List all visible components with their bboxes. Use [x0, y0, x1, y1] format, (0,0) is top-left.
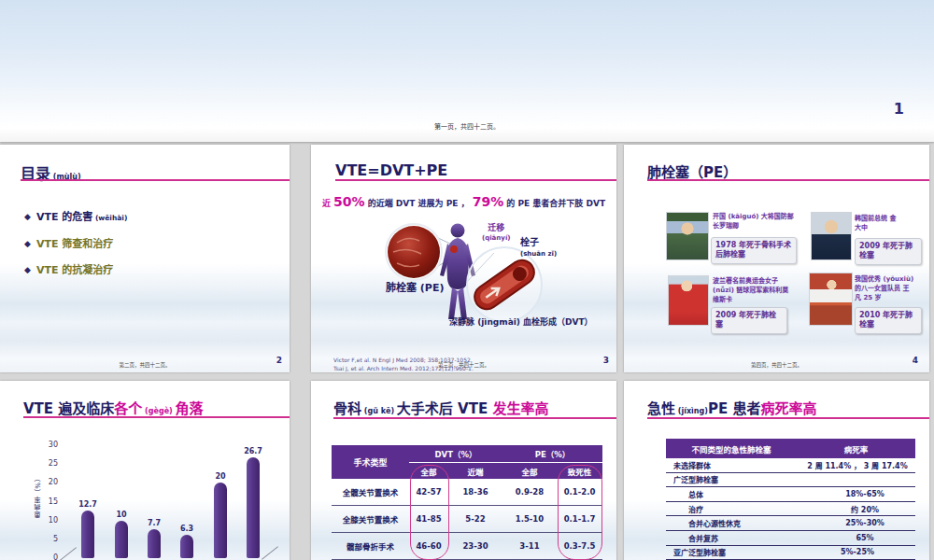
y-tick-label: 0	[37, 553, 58, 560]
mortality-table: 不同类型的急性肺栓塞 病死率 未选择群体2 周 11.4% ， 3 周 17.4…	[666, 439, 915, 560]
title-underline	[23, 416, 290, 418]
bar-value-label: 26.7	[239, 447, 267, 455]
slide-6-title: 骨科 (gǔ kē) 大手术后 VTE 发生率高	[333, 398, 548, 417]
caption-basketball-player: 我国优秀 (yōuxiù) 的八一女篮队员 王凡 25 岁	[855, 275, 914, 302]
slides-overview: 第一页，共四十二页。 1 目录 (mùlù) ◆VTE 的危害 (wēihài)…	[0, 0, 934, 560]
chart-bar	[115, 521, 128, 558]
table-header: 不同类型的急性肺栓塞 病死率	[666, 439, 915, 458]
photo-president	[811, 212, 852, 260]
axis-floor-edge-right	[262, 546, 278, 559]
photo-basketball-player	[809, 273, 853, 326]
slide-7-mortality-table: 急性 (jíxìng)PE 患者病死率高 不同类型的急性肺栓塞 病死率 未选择群…	[624, 381, 929, 560]
death-box-general: 1978 年死于骨科手术后肺栓塞	[711, 237, 797, 264]
label-pulmonary-embolism: 肺栓塞 (PE)	[386, 279, 444, 294]
bar-value-label: 12.7	[74, 500, 102, 509]
slide-3-footer: 第三页，共四十二页。	[311, 361, 616, 369]
subheader-all-pe: 全部	[502, 463, 557, 479]
chart-bar	[214, 483, 227, 558]
bar-value-label: 7.7	[140, 519, 168, 527]
header-pe-type: 不同类型的急性肺栓塞	[666, 439, 797, 458]
table-row: 未选择群体2 周 11.4% ， 3 周 17.4%	[666, 458, 915, 473]
highlight-oval-dvt-all	[410, 465, 449, 560]
death-box-president: 2009 年死于肺栓塞	[855, 238, 922, 265]
title-underline	[647, 417, 929, 419]
header-group-dvt: DVT（%）	[409, 445, 502, 463]
label-migration: 迁移(qiānyí)	[482, 224, 510, 243]
photo-hammer-champion	[668, 275, 709, 326]
slide-7-title: 急性 (jíxìng)PE 患者病死率高	[647, 398, 816, 417]
chart-bar	[81, 511, 94, 558]
y-tick-label: 30	[37, 441, 58, 449]
bar-value-label: 10	[107, 511, 135, 519]
title-underline	[647, 179, 929, 181]
header-group-pe: PE（%）	[502, 445, 602, 463]
table-row: 亚广泛型肺栓塞5%-25%	[666, 546, 915, 560]
title-underline	[333, 417, 616, 419]
bar-value-label: 6.3	[173, 525, 201, 533]
slide-1: 第一页，共四十二页。 1	[0, 0, 934, 142]
table-row: 总体18%-65%	[666, 487, 915, 502]
slide-1-page-number: 1	[894, 100, 904, 118]
death-box-hammer-champion: 2009 年死于肺栓塞	[711, 307, 787, 334]
diamond-bullet-icon: ◆	[24, 212, 31, 221]
header-mortality: 病死率	[797, 439, 915, 458]
mortality-table-body: 未选择群体2 周 11.4% ， 3 周 17.4%广泛型肺栓塞总体18%-65…	[666, 458, 915, 560]
death-box-basketball-player: 2010 年死于肺栓塞	[855, 307, 922, 334]
title-underline	[21, 179, 290, 181]
subheader-proximal: 近端	[448, 463, 502, 479]
caption-hammer-champion: 波兰著名前奥运会女子 (nǚzǐ) 链球冠军索科利莫维斯卡	[713, 277, 795, 304]
caption-president: 韩国前总统 金大中	[855, 215, 899, 233]
chart-bar	[180, 535, 193, 558]
table-row: 治疗约 20%	[666, 502, 915, 517]
slide-2-footer: 第二页，共四十二页。	[0, 361, 290, 369]
toc-item-2: ◆VTE 筛查和治疗	[24, 235, 113, 250]
slide-2-toc: 目录 (mùlù) ◆VTE 的危害 (wēihài) ◆VTE 筛查和治疗 ◆…	[0, 145, 290, 372]
toc-item-1: ◆VTE 的危害 (wēihài)	[24, 208, 127, 223]
chart-bar	[148, 529, 161, 558]
label-dvt: 深静脉 (jìngmài) 血栓形成（DVT）	[449, 315, 593, 328]
y-tick-label: 5	[37, 535, 58, 543]
table-row: 合并复苏65%	[666, 531, 915, 546]
table-row: 广泛型肺栓塞	[666, 473, 915, 488]
y-tick-label: 20	[37, 478, 58, 486]
slide-5-vte-chart: VTE 遍及临床各个 (gègè) 角落 患病率（%） 302520151050…	[0, 381, 290, 560]
chart-bar	[247, 457, 260, 558]
slide-4-pe-cases: 肺栓塞（PE） 开国 (kāiguó) 大将国防部长罗瑞卿 1978 年死于骨科…	[624, 145, 929, 372]
label-embolus: 栓子(shuān zǐ)	[520, 237, 557, 259]
slide-3-vte-dvt-pe: VTE=DVT+PE 近 50% 的近端 DVT 进展为 PE ， 79% 的 …	[311, 145, 616, 372]
y-tick-label: 15	[37, 497, 58, 506]
diamond-bullet-icon: ◆	[24, 265, 31, 274]
diamond-bullet-icon: ◆	[24, 239, 31, 248]
slide-1-footer: 第一页，共四十二页。	[0, 121, 934, 131]
slide-4-page-number: 4	[913, 356, 918, 365]
slide-2-page-number: 2	[276, 356, 282, 365]
slide-3-page-number: 3	[603, 356, 609, 365]
slide-5-title: VTE 遍及临床各个 (gègè) 角落	[23, 398, 204, 417]
photo-general	[666, 212, 709, 260]
slide-4-title: 肺栓塞（PE）	[647, 161, 737, 181]
bar-value-label: 20	[206, 472, 234, 481]
toc-item-3: ◆VTE 的抗凝治疗	[24, 261, 113, 276]
axis-floor-edge-left	[60, 547, 77, 560]
table-row: 合并心源性休克25%-30%	[666, 516, 915, 531]
caption-general: 开国 (kāiguó) 大将国防部长罗瑞卿	[713, 213, 795, 231]
y-tick-label: 10	[37, 516, 58, 525]
vte-illustration	[311, 145, 616, 372]
slide-4-footer: 第四页，共四十二页。	[624, 361, 929, 369]
slide-6-ortho-table: 骨科 (gǔ kē) 大手术后 VTE 发生率高 手术类型 DVT（%）PE（%…	[311, 381, 616, 560]
header-surgery-type: 手术类型	[332, 445, 409, 479]
highlight-oval-fatal-pe	[558, 465, 602, 560]
y-tick-label: 25	[37, 459, 58, 468]
